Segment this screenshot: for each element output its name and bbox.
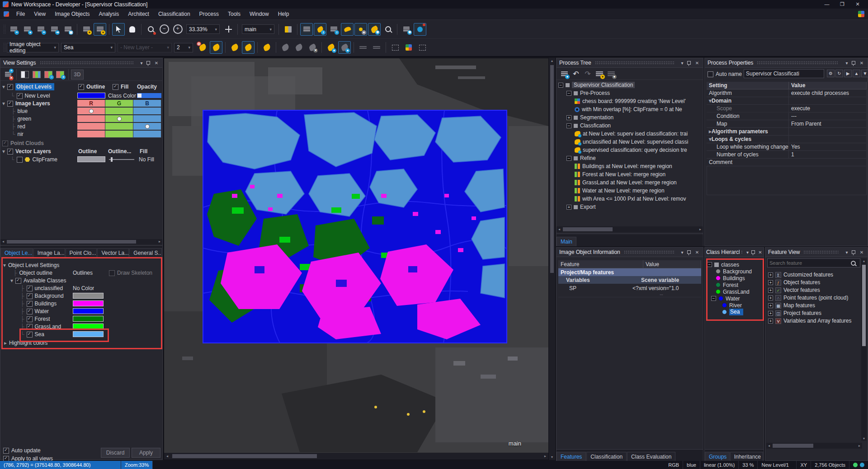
process-row[interactable]: +Export [557,203,703,211]
available-classes-checkbox[interactable] [15,278,21,284]
setting-column-header[interactable]: Setting [707,82,789,89]
process-row[interactable]: unclassified at New Level: supervised cl… [557,138,703,146]
channel-cell[interactable] [133,115,161,122]
close-panel-icon[interactable]: ✕ [694,61,700,66]
variables-row[interactable]: Variables Scene variable [558,276,701,284]
menu-file[interactable]: File [12,11,29,17]
new-level-checkbox[interactable] [17,93,23,99]
channel-cell[interactable] [77,123,105,130]
expander-icon[interactable]: ▾ [10,277,13,284]
menu-analysis[interactable]: Analysis [94,11,124,17]
status-level[interactable]: New Level/1 [758,461,797,469]
layer-row-blue[interactable]: ├blue [11,108,28,115]
layer-row-nir[interactable]: └nir [11,131,24,138]
process-row[interactable]: −Supervisor Classification [557,81,703,89]
map-combo[interactable]: main▾ [242,24,274,34]
outline-checkbox[interactable] [78,84,84,90]
process-row[interactable]: with Min overlap [%]: ClipFrame = 0 at N… [557,105,703,113]
process-row[interactable]: at New Level: superv ised classification… [557,130,703,138]
tab-inheritance[interactable]: Inheritance [730,452,763,461]
channel-cell[interactable] [133,131,161,138]
panel-menu-icon[interactable]: ▾ [138,61,145,66]
process-row[interactable]: GrassLand at New Level: merge region [557,178,703,187]
pan-window-icon[interactable] [222,23,235,36]
minimize-button[interactable]: — [819,0,835,9]
image-layers-row[interactable]: ▾ Image Layers [2,100,50,107]
process-row[interactable]: supervised classification: query decisio… [557,146,703,154]
property-row[interactable]: Condition [707,113,789,120]
draw-skeleton-row[interactable]: Draw Skeleton [109,269,152,277]
viewer-vscrollbar[interactable]: ▴ ▾ [549,58,555,460]
feature-view-hscrollbar[interactable]: ◂ ▸ [766,443,862,449]
close-panel-icon[interactable]: ✕ [859,250,865,255]
category-row[interactable]: Project/Map features [558,268,701,276]
redo-icon[interactable]: ↷ [582,69,594,80]
execute-stack-icon[interactable]: ● [594,69,605,80]
class-row-forest[interactable]: ├ Forest [20,315,50,323]
class-checkbox[interactable] [27,286,33,291]
panel-menu-icon[interactable]: ▾ [679,61,685,66]
grayscale-view-icon[interactable] [19,69,31,80]
object-levels-checkbox[interactable] [7,84,13,90]
menu-help[interactable]: Help [274,11,294,17]
class-checkbox[interactable] [27,293,33,299]
class-row-background[interactable]: ├ Background [20,292,64,300]
hierarchy-row-buildings[interactable]: Buildings [716,275,745,281]
process-row[interactable]: Buildings at New Level: merge region [557,162,703,170]
tab-class-evaluation[interactable]: Class Evaluation [627,452,675,461]
threed-view-button[interactable]: 3D [71,70,84,80]
opacity-slider[interactable] [137,93,161,98]
property-row[interactable]: Map [707,120,789,128]
panel-menu-icon[interactable]: ▾ [844,61,850,66]
feature-view-tool-icon[interactable]: ✱ [368,23,381,36]
status-layer[interactable]: blue [683,461,700,469]
merge-objects-icon[interactable] [279,41,292,54]
tab-features[interactable]: Features [557,452,586,461]
pan-tool-icon[interactable] [126,23,138,36]
apply-button[interactable]: Apply [132,448,160,458]
settings-gear-icon[interactable]: ⚙ [827,70,835,77]
tab-general-settings[interactable]: General S... [129,248,162,258]
vector-layers-row[interactable]: ▾ Vector Layers [2,148,51,155]
panel-menu-icon[interactable]: ▾ [844,250,850,255]
class-color-swatch[interactable] [73,331,104,337]
property-row[interactable]: Number of cycles [707,151,789,159]
class-color-swatch[interactable] [73,308,104,314]
hierarchy-row-background[interactable]: Background [716,268,752,275]
pin-icon[interactable] [687,61,691,65]
auto-update-checkbox[interactable] [3,448,9,454]
edit-level-icon[interactable]: ✕+ [2,69,14,80]
hierarchy-row-river[interactable]: River [722,302,742,309]
map-viewer[interactable]: main ◂ ▸ [164,58,549,460]
property-group-row[interactable]: ▸Algorithm parameters [707,128,789,136]
workspace-grid-icon[interactable]: ✱ [400,23,413,36]
property-row[interactable]: Loop while something change... [707,143,789,151]
panel-menu-icon[interactable]: ▾ [679,250,685,255]
image-object-tree-icon[interactable]: ● [354,23,367,36]
object-levels-row[interactable]: ▾ Object Levels [2,83,54,90]
subset-icon[interactable] [416,41,429,54]
discard-button[interactable]: Discard [101,448,130,458]
point-clouds-row[interactable]: Point Clouds [2,140,44,147]
class-color-swatch[interactable] [73,316,104,322]
class-row-buildings[interactable]: ├ Buildings [20,300,57,307]
hierarchy-row-sea[interactable]: Sea [722,309,743,315]
tab-vector-layers[interactable]: Vector La... [97,248,129,258]
viewer-hscrollbar[interactable]: ◂ ▸ [164,453,548,460]
zoom-out-icon[interactable]: − [158,23,170,36]
import-scene-icon[interactable]: ➜ [48,23,61,36]
class-checkbox[interactable] [27,332,33,338]
class-checkbox[interactable] [27,309,33,314]
new-project-icon[interactable]: + [7,23,20,36]
hierarchy-row-grassland[interactable]: GrassLand [716,288,750,295]
highlight-colors-row[interactable]: ▸ Hightlight colors [4,339,47,347]
process-row[interactable]: −Pre-Process [557,89,703,97]
classes-root-row[interactable]: − classes [707,261,739,268]
feature-item-map[interactable]: +▦ Map features [768,302,815,309]
feature-view-vscrollbar[interactable]: ▴ ▾ [861,258,867,441]
channel-cell[interactable] [77,115,105,122]
feature-item-project[interactable]: +◫ Project features [768,310,821,317]
feature-search-box[interactable] [767,258,860,267]
vector-layers-checkbox[interactable] [7,149,13,155]
view-samples-icon[interactable]: i [327,23,340,36]
